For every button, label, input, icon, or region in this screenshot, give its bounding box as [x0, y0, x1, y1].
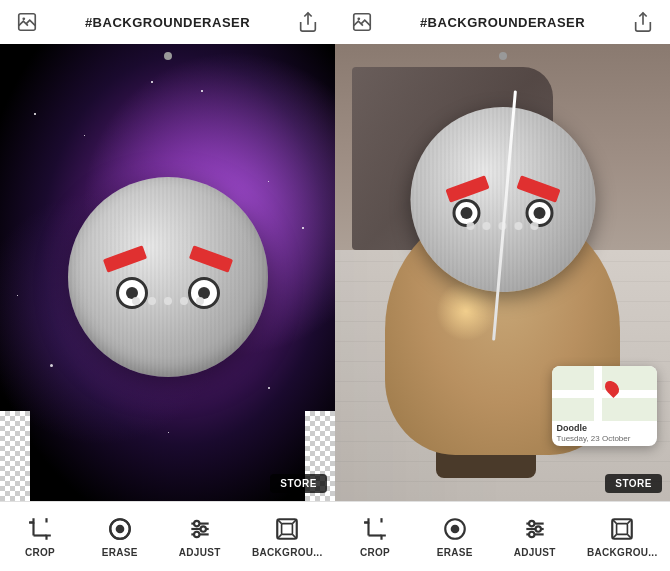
- background-icon: [273, 515, 301, 543]
- right-header-title: #BACKGROUNDERASER: [420, 15, 585, 30]
- led-4: [180, 297, 188, 305]
- led-2: [148, 297, 156, 305]
- map-date: Tuesday, 23 October: [552, 434, 657, 446]
- adjust-icon-right: [521, 515, 549, 543]
- crop-tool-left[interactable]: CROP: [12, 515, 67, 558]
- right-led-4: [515, 222, 523, 230]
- right-led-2: [483, 222, 491, 230]
- space-background: [0, 44, 335, 501]
- photo-background: Doodle Tuesday, 23 October STORE: [335, 44, 670, 501]
- drag-handle-left: [164, 52, 172, 60]
- background-tool-left[interactable]: BACKGROU...: [252, 515, 323, 558]
- device-right: [410, 107, 595, 292]
- map-image: [552, 366, 657, 421]
- transparent-left: [0, 411, 30, 501]
- erase-label-left: ERASE: [102, 547, 138, 558]
- google-home-mini-left: [68, 177, 268, 377]
- share-icon-right[interactable]: [630, 9, 656, 35]
- left-toolbar: CROP ERASE: [0, 501, 335, 571]
- background-tool-right[interactable]: BACKGROU...: [587, 515, 658, 558]
- svg-point-36: [529, 532, 534, 537]
- adjust-label-right: ADJUST: [514, 547, 556, 558]
- adjust-label-left: ADJUST: [179, 547, 221, 558]
- led-5: [196, 297, 204, 305]
- right-led-5: [531, 222, 539, 230]
- map-label: Doodle: [552, 421, 657, 434]
- svg-point-1: [22, 17, 25, 20]
- adjust-tool-left[interactable]: ADJUST: [172, 515, 227, 558]
- left-panel: #BACKGROUNDERASER: [0, 0, 335, 571]
- crop-icon: [26, 515, 54, 543]
- svg-point-8: [115, 525, 124, 534]
- erase-icon: [106, 515, 134, 543]
- background-label-right: BACKGROU...: [587, 547, 658, 558]
- erase-tool-right[interactable]: ERASE: [427, 515, 482, 558]
- crop-icon-right: [361, 515, 389, 543]
- right-panel: #BACKGROUNDERASER: [335, 0, 670, 571]
- right-header: #BACKGROUNDERASER: [335, 0, 670, 44]
- map-tooltip: Doodle Tuesday, 23 October: [552, 366, 657, 446]
- erase-label-right: ERASE: [437, 547, 473, 558]
- right-toolbar: CROP ERASE ADJ: [335, 501, 670, 571]
- svg-point-15: [194, 532, 199, 537]
- led-3: [164, 297, 172, 305]
- store-button-right[interactable]: STORE: [605, 474, 662, 493]
- svg-point-35: [535, 526, 540, 531]
- left-header: #BACKGROUNDERASER: [0, 0, 335, 44]
- svg-point-34: [529, 521, 534, 526]
- left-image-area: STORE: [0, 44, 335, 501]
- adjust-tool-right[interactable]: ADJUST: [507, 515, 562, 558]
- adjust-icon: [186, 515, 214, 543]
- background-icon-right: [608, 515, 636, 543]
- drag-handle-right: [499, 52, 507, 60]
- right-led-1: [467, 222, 475, 230]
- image-icon-right: [349, 9, 375, 35]
- crop-label-right: CROP: [360, 547, 390, 558]
- crop-label-left: CROP: [25, 547, 55, 558]
- right-image-area: Doodle Tuesday, 23 October STORE: [335, 44, 670, 501]
- svg-point-14: [200, 526, 205, 531]
- svg-rect-17: [282, 524, 293, 535]
- led-1: [132, 297, 140, 305]
- right-device-right-pupil: [533, 207, 545, 219]
- store-button-left[interactable]: STORE: [270, 474, 327, 493]
- crop-tool-right[interactable]: CROP: [347, 515, 402, 558]
- erase-icon-right: [441, 515, 469, 543]
- share-icon[interactable]: [295, 9, 321, 35]
- svg-point-13: [194, 521, 199, 526]
- right-device-left-pupil: [460, 207, 472, 219]
- erase-tool-left[interactable]: ERASE: [92, 515, 147, 558]
- device-left: [68, 177, 268, 377]
- svg-point-30: [450, 525, 459, 534]
- google-home-mini-right: [410, 107, 595, 292]
- svg-point-23: [357, 17, 360, 20]
- background-label-left: BACKGROU...: [252, 547, 323, 558]
- svg-rect-38: [617, 524, 628, 535]
- led-row: [132, 297, 204, 305]
- left-header-title: #BACKGROUNDERASER: [85, 15, 250, 30]
- image-icon: [14, 9, 40, 35]
